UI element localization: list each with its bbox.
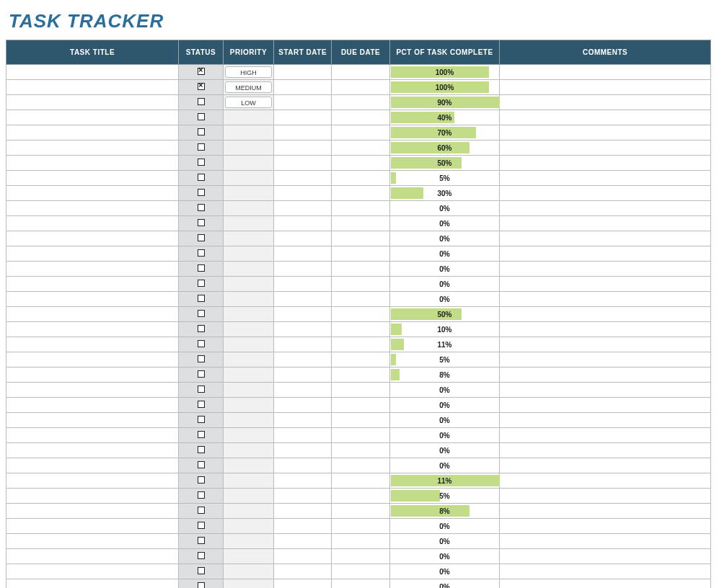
- status-checkbox[interactable]: [198, 370, 205, 378]
- task-title-cell[interactable]: [6, 110, 179, 125]
- status-checkbox[interactable]: [198, 416, 205, 423]
- status-checkbox[interactable]: [198, 83, 205, 90]
- status-cell[interactable]: [179, 125, 224, 141]
- status-cell[interactable]: [179, 80, 224, 95]
- start-date-cell[interactable]: [274, 156, 332, 171]
- comments-cell[interactable]: [500, 277, 711, 292]
- status-checkbox[interactable]: [198, 552, 205, 559]
- pct-cell[interactable]: 100%: [389, 65, 500, 80]
- status-cell[interactable]: [179, 519, 224, 534]
- start-date-cell[interactable]: [274, 262, 332, 277]
- due-date-cell[interactable]: [332, 156, 389, 171]
- status-checkbox[interactable]: [198, 295, 205, 302]
- start-date-cell[interactable]: [274, 246, 332, 262]
- pct-cell[interactable]: 5%: [389, 489, 500, 504]
- priority-cell[interactable]: [223, 322, 273, 337]
- start-date-cell[interactable]: [274, 534, 332, 549]
- due-date-cell[interactable]: [332, 549, 389, 564]
- priority-cell[interactable]: [223, 307, 273, 322]
- due-date-cell[interactable]: [332, 186, 389, 201]
- task-title-cell[interactable]: [6, 489, 179, 504]
- status-checkbox[interactable]: [198, 476, 205, 484]
- status-checkbox[interactable]: [198, 582, 205, 588]
- due-date-cell[interactable]: [332, 383, 389, 398]
- comments-cell[interactable]: [500, 216, 711, 231]
- comments-cell[interactable]: [500, 489, 711, 504]
- status-cell[interactable]: [179, 171, 224, 186]
- status-cell[interactable]: [179, 473, 224, 489]
- comments-cell[interactable]: [500, 368, 711, 383]
- priority-cell[interactable]: [223, 186, 273, 201]
- pct-cell[interactable]: 50%: [389, 156, 500, 171]
- task-title-cell[interactable]: [6, 549, 179, 564]
- pct-cell[interactable]: 0%: [389, 549, 500, 564]
- status-cell[interactable]: [179, 322, 224, 337]
- priority-cell[interactable]: [223, 383, 273, 398]
- status-cell[interactable]: [179, 186, 224, 201]
- status-cell[interactable]: [179, 443, 224, 458]
- pct-cell[interactable]: 5%: [389, 171, 500, 186]
- task-title-cell[interactable]: [6, 564, 179, 579]
- due-date-cell[interactable]: [332, 443, 389, 458]
- start-date-cell[interactable]: [274, 352, 332, 368]
- status-checkbox[interactable]: [198, 537, 205, 544]
- due-date-cell[interactable]: [332, 413, 389, 428]
- start-date-cell[interactable]: [274, 504, 332, 519]
- pct-cell[interactable]: 40%: [389, 110, 500, 125]
- comments-cell[interactable]: [500, 473, 711, 489]
- priority-cell[interactable]: [223, 277, 273, 292]
- start-date-cell[interactable]: [274, 171, 332, 186]
- status-checkbox[interactable]: [198, 522, 205, 529]
- pct-cell[interactable]: 10%: [389, 322, 500, 337]
- pct-cell[interactable]: 0%: [389, 534, 500, 549]
- comments-cell[interactable]: [500, 534, 711, 549]
- status-cell[interactable]: [179, 489, 224, 504]
- pct-cell[interactable]: 0%: [389, 231, 500, 246]
- pct-cell[interactable]: 0%: [389, 201, 500, 216]
- status-checkbox[interactable]: [198, 507, 205, 514]
- comments-cell[interactable]: [500, 110, 711, 125]
- priority-cell[interactable]: [223, 398, 273, 413]
- task-title-cell[interactable]: [6, 201, 179, 216]
- task-title-cell[interactable]: [6, 141, 179, 156]
- comments-cell[interactable]: [500, 428, 711, 443]
- comments-cell[interactable]: [500, 262, 711, 277]
- due-date-cell[interactable]: [332, 201, 389, 216]
- status-cell[interactable]: [179, 292, 224, 307]
- priority-cell[interactable]: [223, 564, 273, 579]
- task-title-cell[interactable]: [6, 398, 179, 413]
- status-cell[interactable]: [179, 156, 224, 171]
- due-date-cell[interactable]: [332, 80, 389, 95]
- start-date-cell[interactable]: [274, 337, 332, 352]
- task-title-cell[interactable]: [6, 428, 179, 443]
- comments-cell[interactable]: [500, 413, 711, 428]
- priority-cell[interactable]: [223, 519, 273, 534]
- task-title-cell[interactable]: [6, 368, 179, 383]
- status-cell[interactable]: [179, 110, 224, 125]
- status-cell[interactable]: [179, 504, 224, 519]
- status-checkbox[interactable]: [198, 68, 205, 75]
- priority-cell[interactable]: [223, 216, 273, 231]
- status-cell[interactable]: [179, 277, 224, 292]
- comments-cell[interactable]: [500, 201, 711, 216]
- comments-cell[interactable]: [500, 65, 711, 80]
- priority-cell[interactable]: [223, 156, 273, 171]
- due-date-cell[interactable]: [332, 473, 389, 489]
- status-checkbox[interactable]: [198, 280, 205, 287]
- pct-cell[interactable]: 0%: [389, 579, 500, 589]
- status-cell[interactable]: [179, 246, 224, 262]
- start-date-cell[interactable]: [274, 473, 332, 489]
- status-checkbox[interactable]: [198, 219, 205, 226]
- status-cell[interactable]: [179, 458, 224, 473]
- pct-cell[interactable]: 0%: [389, 519, 500, 534]
- pct-cell[interactable]: 5%: [389, 352, 500, 368]
- start-date-cell[interactable]: [274, 80, 332, 95]
- due-date-cell[interactable]: [332, 231, 389, 246]
- comments-cell[interactable]: [500, 231, 711, 246]
- comments-cell[interactable]: [500, 95, 711, 110]
- status-checkbox[interactable]: [198, 340, 205, 347]
- priority-cell[interactable]: [223, 428, 273, 443]
- task-title-cell[interactable]: [6, 80, 179, 95]
- pct-cell[interactable]: 0%: [389, 216, 500, 231]
- status-checkbox[interactable]: [198, 446, 205, 453]
